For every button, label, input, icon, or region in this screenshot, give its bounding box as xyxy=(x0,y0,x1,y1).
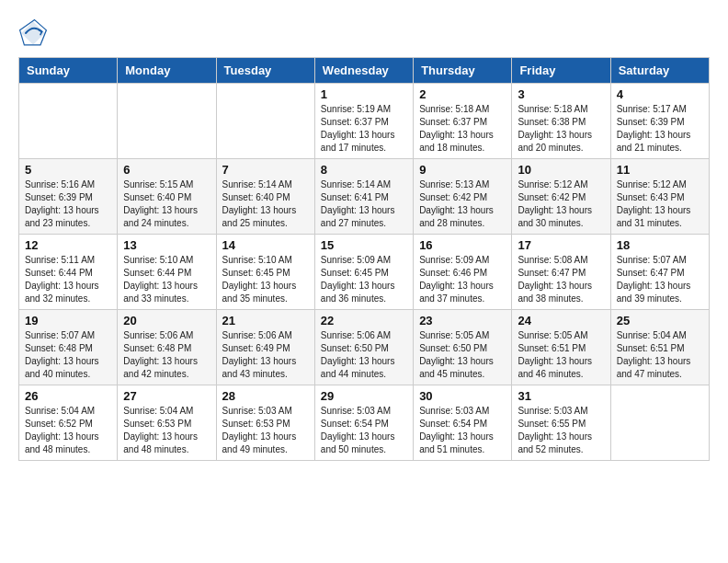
calendar-cell: 11Sunrise: 5:12 AM Sunset: 6:43 PM Dayli… xyxy=(610,159,709,235)
calendar-week-4: 19Sunrise: 5:07 AM Sunset: 6:48 PM Dayli… xyxy=(19,310,710,385)
day-header-friday: Friday xyxy=(512,58,610,84)
day-info: Sunrise: 5:06 AM Sunset: 6:48 PM Dayligh… xyxy=(123,329,210,381)
page-header xyxy=(18,18,710,48)
logo xyxy=(18,18,51,48)
calendar-cell: 8Sunrise: 5:14 AM Sunset: 6:41 PM Daylig… xyxy=(314,159,413,235)
day-info: Sunrise: 5:15 AM Sunset: 6:40 PM Dayligh… xyxy=(123,178,210,230)
calendar-cell: 9Sunrise: 5:13 AM Sunset: 6:42 PM Daylig… xyxy=(414,159,512,235)
calendar-week-1: 1Sunrise: 5:19 AM Sunset: 6:37 PM Daylig… xyxy=(19,84,710,159)
day-info: Sunrise: 5:09 AM Sunset: 6:46 PM Dayligh… xyxy=(419,254,506,305)
calendar-cell: 19Sunrise: 5:07 AM Sunset: 6:48 PM Dayli… xyxy=(19,310,118,385)
day-number: 27 xyxy=(123,389,210,403)
day-info: Sunrise: 5:11 AM Sunset: 6:44 PM Dayligh… xyxy=(25,254,111,305)
calendar-body: 1Sunrise: 5:19 AM Sunset: 6:37 PM Daylig… xyxy=(19,84,710,461)
calendar-cell: 28Sunrise: 5:03 AM Sunset: 6:53 PM Dayli… xyxy=(216,385,314,461)
day-info: Sunrise: 5:17 AM Sunset: 6:39 PM Dayligh… xyxy=(617,103,703,155)
day-info: Sunrise: 5:14 AM Sunset: 6:40 PM Dayligh… xyxy=(222,178,309,230)
day-number: 7 xyxy=(222,163,309,177)
day-header-tuesday: Tuesday xyxy=(216,58,314,84)
day-number: 5 xyxy=(25,163,111,177)
day-number: 13 xyxy=(123,238,210,252)
day-header-thursday: Thursday xyxy=(414,58,512,84)
calendar-week-3: 12Sunrise: 5:11 AM Sunset: 6:44 PM Dayli… xyxy=(19,235,710,310)
calendar-cell: 10Sunrise: 5:12 AM Sunset: 6:42 PM Dayli… xyxy=(512,159,610,235)
calendar-cell: 22Sunrise: 5:06 AM Sunset: 6:50 PM Dayli… xyxy=(314,310,413,385)
day-header-wednesday: Wednesday xyxy=(314,58,413,84)
calendar-week-2: 5Sunrise: 5:16 AM Sunset: 6:39 PM Daylig… xyxy=(19,159,710,235)
day-number: 24 xyxy=(518,314,604,327)
day-info: Sunrise: 5:10 AM Sunset: 6:45 PM Dayligh… xyxy=(222,254,309,305)
day-info: Sunrise: 5:04 AM Sunset: 6:52 PM Dayligh… xyxy=(25,405,111,456)
calendar-cell xyxy=(118,84,216,159)
calendar-cell: 7Sunrise: 5:14 AM Sunset: 6:40 PM Daylig… xyxy=(216,159,314,235)
day-info: Sunrise: 5:09 AM Sunset: 6:45 PM Dayligh… xyxy=(321,254,407,305)
logo-icon xyxy=(18,18,48,48)
day-info: Sunrise: 5:08 AM Sunset: 6:47 PM Dayligh… xyxy=(518,254,604,305)
day-number: 19 xyxy=(25,314,111,327)
day-info: Sunrise: 5:12 AM Sunset: 6:42 PM Dayligh… xyxy=(518,178,604,230)
day-info: Sunrise: 5:05 AM Sunset: 6:51 PM Dayligh… xyxy=(518,329,604,381)
calendar-cell: 25Sunrise: 5:04 AM Sunset: 6:51 PM Dayli… xyxy=(610,310,709,385)
calendar-cell: 3Sunrise: 5:18 AM Sunset: 6:38 PM Daylig… xyxy=(512,84,610,159)
day-info: Sunrise: 5:12 AM Sunset: 6:43 PM Dayligh… xyxy=(617,178,703,230)
calendar-cell: 17Sunrise: 5:08 AM Sunset: 6:47 PM Dayli… xyxy=(512,235,610,310)
day-info: Sunrise: 5:18 AM Sunset: 6:37 PM Dayligh… xyxy=(419,103,506,155)
day-number: 29 xyxy=(321,389,407,403)
day-number: 12 xyxy=(25,238,111,252)
calendar-cell: 23Sunrise: 5:05 AM Sunset: 6:50 PM Dayli… xyxy=(414,310,512,385)
calendar-cell: 27Sunrise: 5:04 AM Sunset: 6:53 PM Dayli… xyxy=(118,385,216,461)
day-info: Sunrise: 5:05 AM Sunset: 6:50 PM Dayligh… xyxy=(419,329,506,381)
day-info: Sunrise: 5:06 AM Sunset: 6:49 PM Dayligh… xyxy=(222,329,309,381)
day-number: 3 xyxy=(518,87,604,101)
calendar-cell: 12Sunrise: 5:11 AM Sunset: 6:44 PM Dayli… xyxy=(19,235,118,310)
day-number: 31 xyxy=(518,389,604,403)
calendar-cell: 1Sunrise: 5:19 AM Sunset: 6:37 PM Daylig… xyxy=(314,84,413,159)
calendar-cell: 13Sunrise: 5:10 AM Sunset: 6:44 PM Dayli… xyxy=(118,235,216,310)
day-info: Sunrise: 5:04 AM Sunset: 6:53 PM Dayligh… xyxy=(123,405,210,456)
calendar-cell: 2Sunrise: 5:18 AM Sunset: 6:37 PM Daylig… xyxy=(414,84,512,159)
calendar-cell: 26Sunrise: 5:04 AM Sunset: 6:52 PM Dayli… xyxy=(19,385,118,461)
day-number: 22 xyxy=(321,314,407,327)
calendar-cell: 14Sunrise: 5:10 AM Sunset: 6:45 PM Dayli… xyxy=(216,235,314,310)
day-info: Sunrise: 5:07 AM Sunset: 6:47 PM Dayligh… xyxy=(617,254,703,305)
day-number: 17 xyxy=(518,238,604,252)
day-info: Sunrise: 5:03 AM Sunset: 6:54 PM Dayligh… xyxy=(321,405,407,456)
day-number: 14 xyxy=(222,238,309,252)
day-number: 23 xyxy=(419,314,506,327)
day-info: Sunrise: 5:03 AM Sunset: 6:54 PM Dayligh… xyxy=(419,405,506,456)
day-info: Sunrise: 5:19 AM Sunset: 6:37 PM Dayligh… xyxy=(321,103,407,155)
calendar-cell: 6Sunrise: 5:15 AM Sunset: 6:40 PM Daylig… xyxy=(118,159,216,235)
calendar-cell: 21Sunrise: 5:06 AM Sunset: 6:49 PM Dayli… xyxy=(216,310,314,385)
day-info: Sunrise: 5:07 AM Sunset: 6:48 PM Dayligh… xyxy=(25,329,111,381)
day-info: Sunrise: 5:14 AM Sunset: 6:41 PM Dayligh… xyxy=(321,178,407,230)
day-number: 4 xyxy=(617,87,703,101)
day-info: Sunrise: 5:16 AM Sunset: 6:39 PM Dayligh… xyxy=(25,178,111,230)
day-header-sunday: Sunday xyxy=(19,58,118,84)
day-number: 18 xyxy=(617,238,703,252)
day-info: Sunrise: 5:06 AM Sunset: 6:50 PM Dayligh… xyxy=(321,329,407,381)
day-number: 20 xyxy=(123,314,210,327)
calendar-cell: 29Sunrise: 5:03 AM Sunset: 6:54 PM Dayli… xyxy=(314,385,413,461)
day-info: Sunrise: 5:03 AM Sunset: 6:53 PM Dayligh… xyxy=(222,405,309,456)
day-header-monday: Monday xyxy=(118,58,216,84)
day-number: 16 xyxy=(419,238,506,252)
day-info: Sunrise: 5:04 AM Sunset: 6:51 PM Dayligh… xyxy=(617,329,703,381)
calendar-cell xyxy=(19,84,118,159)
day-info: Sunrise: 5:13 AM Sunset: 6:42 PM Dayligh… xyxy=(419,178,506,230)
day-number: 26 xyxy=(25,389,111,403)
day-info: Sunrise: 5:10 AM Sunset: 6:44 PM Dayligh… xyxy=(123,254,210,305)
day-number: 8 xyxy=(321,163,407,177)
calendar-cell: 4Sunrise: 5:17 AM Sunset: 6:39 PM Daylig… xyxy=(610,84,709,159)
calendar-cell: 30Sunrise: 5:03 AM Sunset: 6:54 PM Dayli… xyxy=(414,385,512,461)
calendar-header: SundayMondayTuesdayWednesdayThursdayFrid… xyxy=(19,58,710,84)
calendar-table: SundayMondayTuesdayWednesdayThursdayFrid… xyxy=(18,57,710,461)
day-number: 1 xyxy=(321,87,407,101)
calendar-cell: 24Sunrise: 5:05 AM Sunset: 6:51 PM Dayli… xyxy=(512,310,610,385)
day-number: 2 xyxy=(419,87,506,101)
day-number: 25 xyxy=(617,314,703,327)
calendar-cell: 5Sunrise: 5:16 AM Sunset: 6:39 PM Daylig… xyxy=(19,159,118,235)
calendar-week-5: 26Sunrise: 5:04 AM Sunset: 6:52 PM Dayli… xyxy=(19,385,710,461)
day-info: Sunrise: 5:03 AM Sunset: 6:55 PM Dayligh… xyxy=(518,405,604,456)
day-number: 9 xyxy=(419,163,506,177)
calendar-cell: 18Sunrise: 5:07 AM Sunset: 6:47 PM Dayli… xyxy=(610,235,709,310)
